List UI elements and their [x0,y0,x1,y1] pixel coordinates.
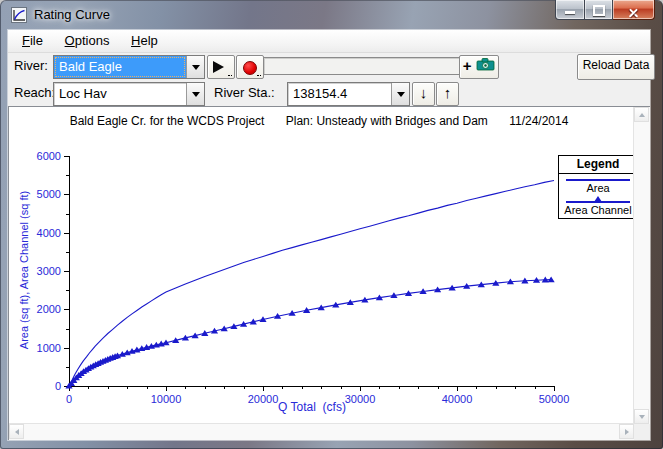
river-combobox[interactable]: Bald Eagle [53,55,205,79]
menu-bar: File Options Help [8,30,650,53]
arrow-down-icon [639,415,645,419]
record-button[interactable] [236,55,264,79]
legend-line-area-channel [566,201,630,203]
y-tick-label: 1000 [37,342,61,354]
add-snapshot-button[interactable]: + [459,55,499,79]
y-tick-label: 6000 [37,150,61,162]
series-markers-area-channel [65,276,554,388]
chevron-down-icon [192,65,200,70]
window-title: Rating Curve [34,7,110,22]
dots-icon [228,75,232,77]
minimize-icon [565,11,575,14]
menu-file[interactable]: File [13,30,52,48]
river-station-combobox-dropdown-button[interactable] [391,83,409,105]
triangle-marker-icon [594,196,602,202]
previous-station-button[interactable]: ↓ [412,82,435,106]
y-tick-label: 5000 [37,188,61,200]
y-tick-label: 2000 [37,303,61,315]
arrow-up-icon [639,113,645,117]
dots-icon [257,75,261,77]
x-axis-label: Q Total (cfs) [69,400,555,414]
horizontal-scrollbar[interactable] [9,423,634,440]
y-tick-label: 3000 [37,265,61,277]
record-icon [243,61,257,75]
scrollbar-corner [634,424,650,440]
window-controls [555,0,655,20]
arrow-down-icon: ↓ [420,84,428,101]
chevron-down-icon [192,92,200,97]
animate-play-button[interactable] [207,55,235,79]
legend-entry-area-channel: Area Channel [559,204,637,218]
river-combobox-value[interactable]: Bald Eagle [54,56,186,78]
reach-label: Reach: [14,85,55,100]
reach-combobox[interactable]: Loc Hav [53,82,205,106]
y-tick-label: 4000 [37,227,61,239]
series-line-area-channel [69,280,551,386]
camera-icon [476,58,495,71]
river-station-label: River Sta.: [214,85,275,100]
minimize-button[interactable] [555,0,585,20]
menu-help[interactable]: Help [122,30,167,48]
plus-icon: + [463,57,472,74]
maximize-button[interactable] [585,0,613,20]
close-icon [628,8,639,19]
chevron-down-icon [397,92,405,97]
scroll-right-button[interactable] [619,424,634,439]
reach-combobox-dropdown-button[interactable] [186,83,204,105]
menu-options[interactable]: Options [56,30,119,48]
y-axis-label: Area (sq ft), Area Channel (sq ft) [18,160,30,380]
arrow-left-icon [15,429,19,435]
next-station-button[interactable]: ↑ [436,82,459,106]
scroll-up-button[interactable] [634,107,649,122]
rating-curve-icon [11,7,27,23]
chart-panel: Bald Eagle Cr. for the WCDS Project Plan… [8,106,650,440]
river-label: River: [14,58,48,73]
legend-title: Legend [559,156,637,174]
rating-curve-plot: 0100002000030000400005000001000200030004… [9,107,631,422]
legend-entry-area: Area [559,182,637,196]
legend-line-area [566,179,630,181]
river-station-combobox-value[interactable]: 138154.4 [288,83,391,105]
scroll-left-button[interactable] [9,424,24,439]
animation-text-field[interactable] [263,57,461,75]
window: Rating Curve File Options Help River: Ba… [0,0,663,449]
reload-data-button[interactable]: Reload Data [577,54,655,80]
legend: Legend Area Area Channel [558,155,638,219]
screen: Rating Curve File Options Help River: Ba… [0,0,663,449]
river-combobox-dropdown-button[interactable] [186,56,204,78]
river-station-combobox[interactable]: 138154.4 [287,82,410,106]
close-button[interactable] [613,0,655,20]
vertical-scrollbar[interactable] [633,107,650,424]
toolbar: River: Bald Eagle + [8,53,650,106]
client-area: File Options Help River: Bald Eagle + [8,30,650,440]
maximize-icon [593,5,605,16]
y-tick-label: 0 [55,380,61,392]
reach-combobox-value[interactable]: Loc Hav [54,83,186,105]
title-bar[interactable]: Rating Curve [0,0,663,30]
arrow-right-icon [625,429,629,435]
play-icon [213,61,224,73]
scroll-down-button[interactable] [634,409,649,424]
arrow-up-icon: ↑ [444,84,452,101]
